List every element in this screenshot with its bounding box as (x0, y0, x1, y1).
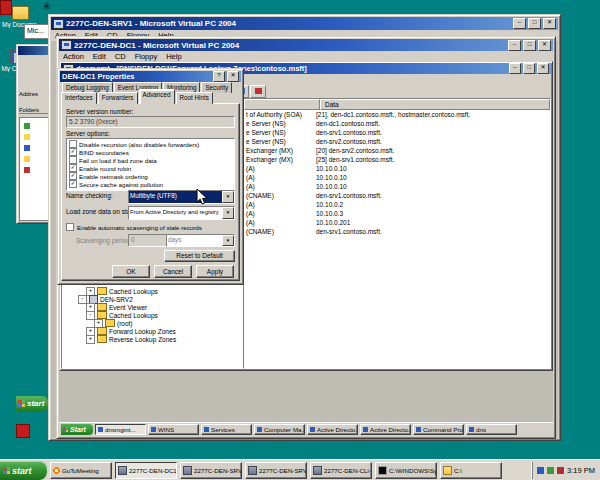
checkbox-icon[interactable] (69, 140, 77, 148)
advanced-tab-page: Server version number: 5.2 3790 (0xece) … (61, 103, 240, 281)
server-option-disable-recursion-also-d[interactable]: Disable recursion (also disables forward… (67, 140, 234, 148)
taskbar-task-button[interactable]: 2277C-DEN-DC1 -... (115, 462, 177, 479)
close-button[interactable] (227, 71, 239, 82)
checkbox-icon[interactable] (69, 164, 77, 172)
tab-forwarders[interactable]: Forwarders (98, 92, 138, 104)
background-explorer-window-sliver[interactable]: Addres Folders (16, 44, 50, 224)
checkbox-icon[interactable] (66, 223, 74, 231)
taskbar-task-button[interactable]: 2277C-DEN-SRV2... (245, 462, 307, 479)
vm-task-button[interactable]: dns (466, 424, 517, 435)
close-button[interactable] (538, 40, 551, 51)
vm-task-button[interactable]: Computer Ma... (254, 424, 305, 435)
checkbox-icon[interactable] (69, 156, 77, 164)
dns-record-row[interactable]: (CNAME)den-srv1.contoso.msft. (244, 227, 550, 236)
tab-root-hints[interactable]: Root Hints (176, 92, 213, 104)
menu-item-edit[interactable]: Edit (93, 52, 106, 61)
minimize-button[interactable] (513, 18, 526, 29)
cancel-button[interactable]: Cancel (154, 265, 192, 278)
scavenging-checkbox-row[interactable]: Enable automatic scavenging of stale rec… (66, 223, 202, 231)
dns-record-row[interactable]: (A)10.10.0.3 (244, 209, 550, 218)
dns-record-row[interactable]: Exchanger (MX)[20] den-srv2.contoso.msft… (244, 146, 550, 155)
tray-icon[interactable] (557, 467, 564, 474)
dns-record-row[interactable]: e Server (NS)den-srv2.contoso.msft. (244, 137, 550, 146)
dns-record-list[interactable]: Type Data t of Authority (SOA)[21], den-… (243, 98, 551, 369)
dns-record-row[interactable]: (A)10.10.0.2 (244, 200, 550, 209)
dns-record-row[interactable]: Exchanger (MX)[25] den-srv1.contoso.msft… (244, 155, 550, 164)
apply-button[interactable]: Apply (196, 265, 234, 278)
tray-icon[interactable] (537, 467, 544, 474)
dropdown-arrow-icon[interactable] (222, 235, 234, 246)
vm-task-button[interactable]: WINS (148, 424, 199, 435)
menu-item-floppy[interactable]: Floppy (135, 52, 158, 61)
load-zone-dropdown[interactable]: From Active Directory and registry (128, 206, 235, 220)
record-type: (A) (244, 182, 312, 191)
tree-item-reverse-lookup-zones[interactable]: +Reverse Lookup Zones (62, 335, 243, 343)
srv1-titlebar[interactable]: 2277C-DEN-SRV1 - Microsoft Virtual PC 20… (51, 17, 558, 30)
cmd-icon (378, 466, 387, 475)
taskbar-task-button[interactable]: GoToMeeting (50, 462, 112, 479)
window-title: 2277C-DEN-SRV1 - Microsoft Virtual PC 20… (66, 19, 511, 28)
record-data: 10.10.0.10 (312, 173, 550, 182)
scavenging-period-field[interactable]: 0 (128, 234, 168, 247)
close-button[interactable] (543, 18, 556, 29)
server-option-fail-on-load-if-bad-zone[interactable]: Fail on load if bad zone data (67, 156, 234, 164)
menu-item-action[interactable]: Action (63, 52, 84, 61)
vm-task-button[interactable]: Active Directo... (307, 424, 358, 435)
tree-item-cached-lookups[interactable]: -Cached Lookups (62, 311, 243, 319)
column-header-data[interactable]: Data (320, 99, 550, 110)
task-label: Command Pro... (423, 426, 464, 433)
vm-task-button[interactable]: Command Pro... (413, 424, 464, 435)
menu-item-cd[interactable]: CD (115, 52, 126, 61)
minimize-button[interactable] (509, 63, 521, 74)
tray-icon[interactable] (547, 467, 554, 474)
dc1-titlebar[interactable]: 2277C-DEN-DC1 - Microsoft Virtual PC 200… (59, 39, 553, 51)
dns-record-row[interactable]: (CNAME)den-srv1.contoso.msft. (244, 191, 550, 200)
dropdown-arrow-icon[interactable] (222, 191, 234, 203)
server-option-secure-cache-against-pol[interactable]: Secure cache against pollution (67, 180, 234, 188)
dns-record-row[interactable]: e Server (NS)den-srv1.contoso.msft. (244, 128, 550, 137)
server-options-list[interactable]: Disable recursion (also disables forward… (66, 138, 235, 191)
help-button[interactable] (213, 71, 225, 82)
server-option-enable-round-robin[interactable]: Enable round robin (67, 164, 234, 172)
menu-item-help[interactable]: Help (166, 52, 181, 61)
dns-record-row[interactable]: (A)10.10.0.10 (244, 164, 550, 173)
checkbox-icon[interactable] (69, 148, 77, 156)
checkbox-icon[interactable] (69, 172, 77, 180)
taskbar-task-button[interactable]: 2277C-DEN-CLI-... (310, 462, 372, 479)
dns-record-row[interactable]: t of Authority (SOA)[21], den-dc1.contos… (244, 110, 550, 119)
name-checking-dropdown[interactable]: Multibyte (UTF8) (128, 190, 235, 204)
reset-to-default-button[interactable]: Reset to Default (164, 250, 235, 262)
background-start-button-fragment[interactable]: start (16, 396, 48, 411)
dns-record-row[interactable]: (A)10.10.0.10 (244, 173, 550, 182)
dns-record-row[interactable]: e Server (NS)den-dc1.contoso.msft. (244, 119, 550, 128)
host-start-button[interactable]: start (0, 461, 47, 480)
server-option-bind-secondaries[interactable]: BIND secondaries (67, 148, 234, 156)
vm-task-button[interactable]: dnsmgmt... (95, 424, 146, 435)
vm-task-button[interactable]: Active Directo... (360, 424, 411, 435)
folder-tree-fragment[interactable] (19, 117, 49, 221)
server-option-enable-netmask-ordering[interactable]: Enable netmask ordering (67, 172, 234, 180)
taskbar-task-button[interactable]: C:\ (440, 462, 502, 479)
tree-expander[interactable]: + (86, 335, 95, 344)
tab-interfaces[interactable]: Interfaces (61, 92, 97, 104)
dns-record-row[interactable]: (A)10.10.0.201 (244, 218, 550, 227)
tab-advanced[interactable]: Advanced (139, 89, 175, 104)
dialog-titlebar[interactable]: DEN-DC1 Properties (60, 71, 241, 82)
task-label: 2277C-DEN-SRV1... (194, 467, 242, 474)
taskbar-task-button[interactable]: 2277C-DEN-SRV1... (180, 462, 242, 479)
close-button[interactable] (537, 63, 549, 74)
taskbar-task-button[interactable]: C:\WINDOWS\Sys... (375, 462, 437, 479)
toolbar-button[interactable] (250, 85, 266, 98)
checkbox-icon[interactable] (69, 180, 77, 188)
column-header-type[interactable]: Type (244, 99, 320, 110)
maximize-button[interactable] (523, 40, 536, 51)
vm-task-button[interactable]: Services (201, 424, 252, 435)
scavenging-unit-dropdown[interactable]: days (166, 234, 235, 247)
maximize-button[interactable] (523, 63, 535, 74)
vm-start-button[interactable]: Start (61, 424, 93, 435)
dns-record-row[interactable]: (A)10.10.0.10 (244, 182, 550, 191)
maximize-button[interactable] (528, 18, 541, 29)
dropdown-arrow-icon[interactable] (222, 207, 234, 219)
ok-button[interactable]: OK (112, 265, 150, 278)
minimize-button[interactable] (508, 40, 521, 51)
